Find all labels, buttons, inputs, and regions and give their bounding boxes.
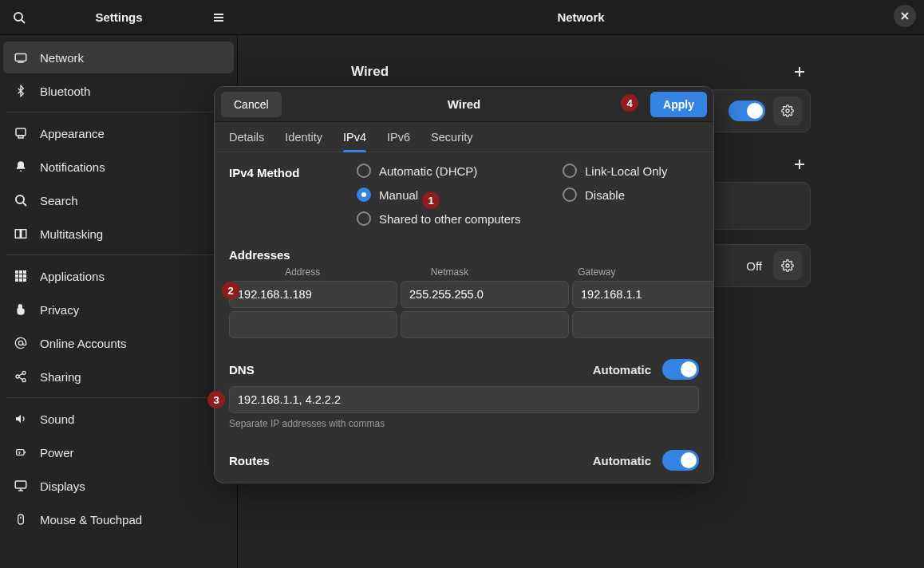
- ipv4-method-shared-to-other-computers[interactable]: Shared to other computers: [357, 211, 556, 226]
- dns-automatic-toggle[interactable]: [662, 359, 699, 380]
- gear-icon[interactable]: [773, 97, 802, 125]
- settings-headerbar: Settings: [0, 0, 238, 35]
- gateway-input[interactable]: [572, 281, 713, 308]
- cancel-button[interactable]: Cancel: [221, 92, 282, 117]
- ipv4-method-link-local-only[interactable]: Link-Local Only: [563, 164, 667, 178]
- radio-label: Manual: [379, 188, 418, 202]
- gateway-input[interactable]: [572, 311, 713, 338]
- svg-point-24: [18, 341, 22, 345]
- routes-title: Routes: [229, 454, 270, 467]
- display-icon: [13, 478, 29, 494]
- sidebar-item-label: Power: [40, 446, 74, 460]
- netmask-input[interactable]: [401, 311, 569, 338]
- grid-icon: [13, 268, 29, 284]
- power-icon: [13, 444, 29, 460]
- svg-point-0: [14, 13, 22, 21]
- sidebar-item-label: Sharing: [40, 370, 81, 384]
- multi-icon: [13, 226, 29, 242]
- ipv4-method-label: IPv4 Method: [229, 164, 325, 226]
- svg-rect-32: [15, 481, 26, 488]
- sidebar-item-appearance[interactable]: Appearance: [3, 117, 234, 149]
- bell-icon: [13, 159, 29, 175]
- tab-security[interactable]: Security: [431, 122, 472, 152]
- sidebar-item-label: Notifications: [40, 160, 105, 174]
- connection-dialog: Cancel Wired Apply DetailsIdentityIPv4IP…: [214, 86, 714, 483]
- sidebar-item-mouse-touchpad[interactable]: Mouse & Touchpad: [3, 503, 234, 535]
- sidebar-item-label: Bluetooth: [40, 85, 90, 98]
- dns-hint: Separate IP addresses with commas: [229, 418, 699, 429]
- svg-rect-22: [19, 278, 22, 282]
- tab-identity[interactable]: Identity: [285, 122, 322, 152]
- svg-point-26: [16, 375, 19, 378]
- gear-icon[interactable]: [773, 251, 802, 280]
- sidebar-item-online-accounts[interactable]: Online Accounts: [3, 327, 234, 359]
- sidebar-item-label: Multitasking: [40, 227, 103, 241]
- netmask-input[interactable]: [401, 281, 569, 308]
- search-icon[interactable]: [6, 5, 32, 30]
- svg-rect-13: [15, 230, 20, 239]
- sidebar-item-multitasking[interactable]: Multitasking: [3, 218, 234, 250]
- radio-label: Link-Local Only: [585, 164, 667, 178]
- tab-ipv6[interactable]: IPv6: [387, 122, 410, 152]
- sidebar-item-privacy[interactable]: Privacy: [3, 294, 234, 325]
- sidebar-item-label: Online Accounts: [40, 337, 126, 350]
- ipv4-method-disable[interactable]: Disable: [563, 187, 667, 202]
- apply-button[interactable]: Apply: [650, 92, 707, 117]
- svg-point-11: [16, 195, 24, 203]
- sidebar-item-power[interactable]: Power: [3, 436, 234, 468]
- svg-rect-19: [19, 274, 22, 278]
- svg-point-25: [22, 371, 26, 374]
- svg-rect-7: [15, 54, 26, 61]
- sidebar-item-search[interactable]: Search: [3, 184, 234, 216]
- sidebar-item-label: Sound: [40, 412, 74, 426]
- svg-rect-17: [23, 270, 26, 274]
- add-wired-button[interactable]: [788, 61, 811, 83]
- sidebar-item-notifications[interactable]: Notifications: [3, 151, 234, 183]
- addresses-title: Addresses: [229, 248, 290, 262]
- sidebar-item-label: Network: [40, 51, 84, 65]
- tab-ipv4[interactable]: IPv4: [343, 122, 366, 152]
- radio-label: Disable: [585, 188, 625, 202]
- address-input[interactable]: [229, 311, 397, 338]
- radio-label: Automatic (DHCP): [379, 164, 477, 178]
- page-title: Network: [557, 10, 604, 24]
- bluetooth-icon: [13, 83, 29, 99]
- brush-icon: [13, 125, 29, 141]
- add-vpn-button[interactable]: [788, 153, 811, 176]
- close-icon[interactable]: [894, 5, 916, 27]
- sidebar-item-sound[interactable]: Sound: [3, 403, 234, 435]
- sidebar-item-label: Displays: [40, 479, 85, 493]
- address-input[interactable]: [229, 281, 397, 308]
- sidebar-item-displays[interactable]: Displays: [3, 470, 234, 502]
- search-icon: [13, 192, 29, 208]
- hamburger-icon[interactable]: [206, 5, 231, 30]
- svg-rect-15: [15, 270, 18, 274]
- wired-toggle[interactable]: [729, 101, 765, 121]
- routes-automatic-toggle[interactable]: [662, 450, 699, 471]
- sidebar: NetworkBluetoothAppearanceNotificationsS…: [0, 35, 238, 568]
- radio-label: Shared to other computers: [379, 212, 521, 226]
- dns-input[interactable]: [229, 386, 699, 413]
- svg-rect-20: [23, 274, 26, 278]
- svg-line-29: [19, 377, 23, 380]
- dns-title: DNS: [229, 363, 255, 377]
- sidebar-item-applications[interactable]: Applications: [3, 260, 234, 292]
- svg-line-28: [19, 373, 23, 376]
- svg-rect-10: [18, 136, 23, 138]
- ipv4-method-manual[interactable]: Manual: [357, 187, 556, 202]
- sidebar-item-network[interactable]: Network: [3, 41, 234, 73]
- sidebar-item-sharing[interactable]: Sharing: [3, 361, 234, 392]
- proxy-state: Off: [746, 259, 762, 273]
- svg-point-42: [786, 264, 789, 267]
- svg-point-27: [22, 379, 26, 382]
- routes-automatic-label: Automatic: [593, 454, 651, 467]
- sidebar-item-bluetooth[interactable]: Bluetooth: [3, 75, 234, 107]
- sidebar-item-label: Appearance: [40, 127, 105, 140]
- svg-rect-23: [23, 278, 26, 282]
- svg-rect-9: [16, 128, 26, 136]
- svg-line-1: [22, 20, 25, 23]
- ipv4-method-automatic-dhcp-[interactable]: Automatic (DHCP): [357, 164, 556, 178]
- sidebar-item-label: Search: [40, 194, 78, 207]
- svg-rect-14: [22, 230, 26, 239]
- tab-details[interactable]: Details: [229, 122, 264, 152]
